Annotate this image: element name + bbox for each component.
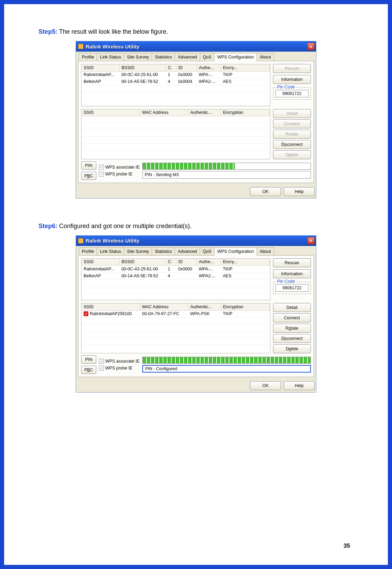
col-c: C.	[166, 259, 176, 266]
tab-advanced[interactable]: Advanced	[175, 53, 200, 61]
connect-button[interactable]: Connect	[273, 119, 311, 128]
checks-col: ✓WPS associate IE ✓WPS probe IE	[99, 165, 140, 176]
progress-bar	[142, 163, 311, 170]
side-buttons-bottom: Detail Connect Rotate Disconnect Delete	[273, 303, 311, 353]
wps-probe-check[interactable]: ✓WPS probe IE	[99, 172, 140, 176]
window-title: Ralink Wireless Utility	[86, 238, 307, 244]
progress-bar	[142, 357, 311, 364]
tab-about[interactable]: About	[257, 247, 274, 255]
cred-table-wrap: SSID MAC Address Authentic... Encryption	[81, 109, 270, 159]
pin-code-fieldset: Pin Code 99061722	[273, 87, 311, 100]
tab-profile[interactable]: Profile	[79, 247, 97, 255]
dialog-buttons: OK Help	[76, 185, 316, 198]
col-c: C.	[166, 64, 176, 71]
page-number: 35	[344, 543, 350, 549]
close-icon[interactable]: ×	[307, 43, 315, 50]
table-row[interactable]: BelkinAP 00-14-A5-5E-78-52 4 WPA2-... AE…	[81, 272, 270, 279]
wps-probe-check[interactable]: ✓WPS probe IE	[99, 366, 140, 371]
rescan-button[interactable]: Rescan	[273, 258, 311, 267]
dialog-buttons: OK Help	[76, 379, 316, 392]
checkbox-icon: ✓	[99, 172, 104, 176]
table-row[interactable]: RalinkInitialAP... 00-0C-43-25-61-00 1 0…	[81, 71, 270, 78]
tab-qos[interactable]: QoS	[200, 247, 215, 255]
disconnect-button[interactable]: Disconnect	[273, 334, 311, 343]
titlebar: Ralink Wireless Utility ×	[76, 41, 316, 52]
col-enc2: Encryption	[221, 109, 270, 116]
help-button[interactable]: Help	[284, 381, 315, 390]
step6-line: Step6: Configured and got one or multipl…	[39, 223, 353, 230]
information-button[interactable]: Information	[273, 269, 311, 278]
col-auth: Authe...	[197, 259, 221, 266]
pin-button[interactable]: PIN	[81, 161, 96, 170]
top-row: SSID BSSID C. ID Authe... Encry... Ralin…	[81, 258, 311, 301]
pbc-button[interactable]: PBC	[81, 366, 96, 374]
app-icon	[78, 44, 84, 49]
pbc-button[interactable]: PBC	[81, 172, 96, 180]
wps-assoc-check[interactable]: ✓WPS associate IE	[99, 165, 140, 170]
rotate-button[interactable]: Rotate	[273, 324, 311, 333]
ap-table[interactable]: SSID BSSID C. ID Authe... Encry... Ralin…	[81, 259, 270, 300]
tab-qos[interactable]: QoS	[200, 53, 215, 61]
app-icon	[78, 238, 84, 244]
rescan-button[interactable]: Rescan	[273, 64, 311, 73]
side-buttons-top: Rescan Information Pin Code 99061722	[273, 64, 311, 106]
col-auth2: Authentic...	[188, 303, 221, 310]
col-id: ID	[176, 259, 197, 266]
bottom-row: SSID MAC Address Authentic... Encryption	[81, 109, 311, 159]
checks-col: ✓WPS associate IE ✓WPS probe IE	[99, 359, 140, 371]
top-row: SSID BSSID C. ID Authe... Encry... Ralin…	[81, 64, 311, 106]
detail-button[interactable]: Detail	[273, 109, 311, 118]
tab-link-status[interactable]: Link Status	[97, 247, 124, 255]
cred-table[interactable]: SSID MAC Address Authentic... Encryption…	[81, 303, 270, 345]
tab-statistics[interactable]: Statistics	[152, 247, 175, 255]
detail-button[interactable]: Detail	[273, 303, 311, 312]
tab-panel: SSID BSSID C. ID Authe... Encry... Ralin…	[78, 256, 314, 377]
ap-table-wrap: SSID BSSID C. ID Authe... Encry... Ralin…	[81, 64, 270, 106]
connect-button[interactable]: Connect	[273, 313, 311, 322]
tab-statistics[interactable]: Statistics	[152, 53, 175, 61]
tab-advanced[interactable]: Advanced	[175, 247, 200, 255]
table-row[interactable]: ✓RalinkInitialAP256100 00-0A-79-97-27-FC…	[81, 310, 270, 317]
close-icon[interactable]: ×	[307, 237, 315, 245]
ok-button[interactable]: OK	[250, 381, 281, 390]
delete-button[interactable]: Delete	[273, 150, 311, 159]
rotate-button[interactable]: Rotate	[273, 130, 311, 139]
tab-site-survey[interactable]: Site Survey	[124, 247, 152, 255]
ap-table[interactable]: SSID BSSID C. ID Authe... Encry... Ralin…	[81, 64, 270, 106]
xp-window-1: Ralink Wireless Utility × Profile Link S…	[76, 41, 316, 198]
table-row[interactable]: RalinkInitialAP... 00-0C-43-25-61-00 1 0…	[81, 266, 270, 272]
cred-table-wrap: SSID MAC Address Authentic... Encryption…	[81, 303, 270, 353]
progress-fill	[143, 357, 311, 363]
tab-wps[interactable]: WPS Configuration	[214, 247, 257, 256]
step5-text: The result will look like the below figu…	[59, 28, 168, 35]
status-text: PIN - Configured	[142, 365, 311, 373]
wps-assoc-check[interactable]: ✓WPS associate IE	[99, 359, 140, 364]
window-body: Profile Link Status Site Survey Statisti…	[76, 246, 316, 379]
checkbox-icon: ✓	[99, 359, 104, 364]
col-ssid: SSID	[81, 259, 119, 266]
tab-site-survey[interactable]: Site Survey	[124, 53, 152, 61]
tab-link-status[interactable]: Link Status	[97, 53, 124, 61]
information-button[interactable]: Information	[273, 75, 311, 84]
delete-button[interactable]: Delete	[273, 344, 311, 353]
progress-row: PIN PBC ✓WPS associate IE ✓WPS probe IE …	[81, 161, 311, 180]
tab-about[interactable]: About	[257, 53, 274, 61]
col-bssid: BSSID	[119, 259, 166, 266]
document-page: Step5: The result will look like the bel…	[0, 0, 392, 569]
help-button[interactable]: Help	[284, 187, 315, 196]
ok-button[interactable]: OK	[250, 187, 281, 196]
disconnect-button[interactable]: Disconnect	[273, 140, 311, 149]
check-icon: ✓	[84, 311, 88, 316]
ap-table-wrap: SSID BSSID C. ID Authe... Encry... Ralin…	[81, 258, 270, 301]
tab-wps[interactable]: WPS Configuration	[214, 53, 257, 61]
tab-strip: Profile Link Status Site Survey Statisti…	[78, 247, 314, 256]
pin-button[interactable]: PIN	[81, 355, 96, 364]
col-ssid: SSID	[81, 64, 119, 71]
cred-table[interactable]: SSID MAC Address Authentic... Encryption	[81, 109, 270, 151]
col-enc2: Encryption	[221, 303, 270, 310]
xp-window-2: Ralink Wireless Utility × Profile Link S…	[76, 235, 316, 393]
table-row[interactable]: BelkinAP 00-14-A5-5E-78-52 4 0x0004 WPA2…	[81, 78, 270, 85]
step6-label: Step6:	[39, 223, 57, 229]
progress-fill	[143, 163, 235, 169]
tab-profile[interactable]: Profile	[79, 53, 97, 61]
